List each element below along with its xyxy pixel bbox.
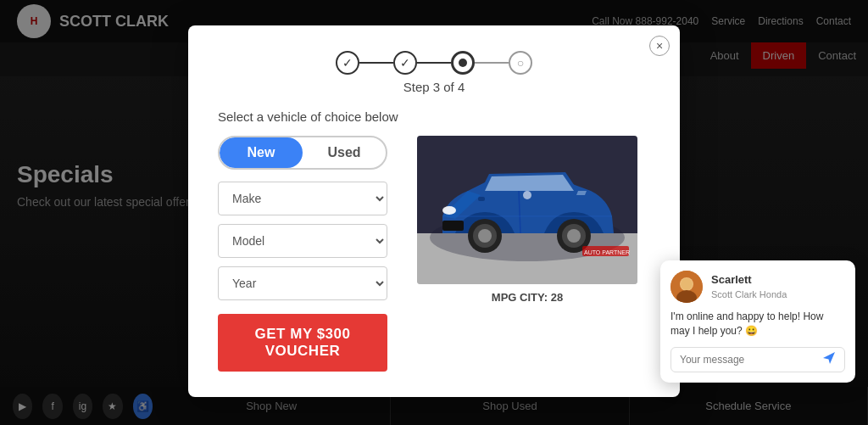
agent-name: Scarlett: [711, 273, 787, 286]
step-label: Step 3 of 4: [218, 80, 650, 94]
chat-message: I'm online and happy to help! How may I …: [670, 310, 845, 338]
svg-point-7: [478, 229, 492, 243]
chat-widget: Scarlett Scott Clark Honda I'm online an…: [660, 260, 855, 383]
year-select[interactable]: Year 2024 2023 2022: [218, 266, 387, 300]
svg-rect-12: [442, 221, 464, 231]
make-select[interactable]: Make Honda Toyota Ford: [218, 182, 387, 215]
svg-point-13: [523, 191, 531, 199]
mpg-label: MPG CITY: 28: [492, 291, 563, 304]
svg-point-21: [681, 278, 693, 290]
condition-toggle: New Used: [218, 136, 387, 170]
step-4-circle: ○: [509, 51, 532, 75]
chat-agent-info: Scarlett Scott Clark Honda: [711, 273, 787, 301]
step-indicator: ✓ ✓ ○: [218, 51, 650, 75]
step-2-circle: ✓: [393, 51, 417, 75]
modal-close-button[interactable]: ×: [649, 36, 670, 56]
voucher-cta-button[interactable]: GET MY $300 VOUCHER: [218, 314, 387, 372]
chat-send-button[interactable]: [819, 348, 839, 372]
svg-point-10: [567, 229, 581, 243]
modal-left-panel: New Used Make Honda Toyota Ford Model HR…: [218, 136, 387, 372]
agent-company: Scott Clark Honda: [711, 289, 787, 299]
chat-input-field[interactable]: [676, 348, 819, 372]
svg-rect-15: [478, 197, 485, 201]
svg-point-0: [459, 59, 467, 67]
modal-body: New Used Make Honda Toyota Ford Model HR…: [218, 136, 650, 372]
modal-right-panel: AUTO PARTNER MPG CITY: 28: [404, 136, 650, 372]
chat-avatar: [670, 271, 703, 303]
model-select[interactable]: Model HR-V CR-V Accord: [218, 224, 387, 258]
instruction-text: Select a vehicle of choice below: [218, 109, 650, 124]
car-image: AUTO PARTNER: [417, 136, 637, 284]
step-line-1: [359, 62, 393, 64]
svg-point-11: [442, 206, 456, 215]
step-line-3: [475, 62, 509, 64]
used-toggle-button[interactable]: Used: [303, 137, 386, 168]
step-3-circle: [451, 51, 475, 75]
chat-input-row: [670, 347, 845, 372]
new-toggle-button[interactable]: New: [220, 137, 303, 168]
step-1-circle: ✓: [336, 51, 359, 75]
chat-agent-row: Scarlett Scott Clark Honda: [670, 271, 845, 303]
vehicle-selection-modal: × ✓ ✓ ○ Step 3 of 4 Select a vehicle of …: [188, 25, 680, 397]
svg-text:AUTO PARTNER: AUTO PARTNER: [584, 249, 630, 255]
step-line-2: [417, 62, 451, 64]
